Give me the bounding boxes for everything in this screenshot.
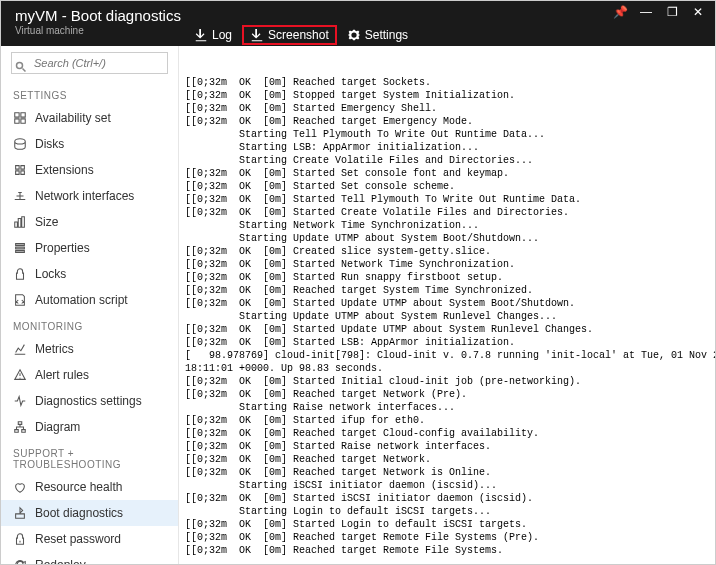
sidebar-item-automation-script[interactable]: Automation script [1,287,178,313]
sidebar-item-diagram[interactable]: Diagram [1,414,178,440]
download-icon [250,28,264,42]
sidebar-item-label: Redeploy [35,558,86,565]
pin-button[interactable]: 📌 [611,5,629,19]
diagram-icon [13,420,27,434]
settings-button[interactable]: Settings [339,25,416,45]
network-icon [13,189,27,203]
sidebar-item-label: Locks [35,267,66,281]
sidebar-item-label: Disks [35,137,64,151]
sidebar-item-label: Properties [35,241,90,255]
settings-label: Settings [365,28,408,42]
screenshot-label: Screenshot [268,28,329,42]
size-icon [13,215,27,229]
locks-icon [13,267,27,281]
blade-title: myVM - Boot diagnostics [15,7,181,24]
availability-icon [13,111,27,125]
section-header: SETTINGS [1,82,178,105]
script-icon [13,293,27,307]
properties-icon [13,241,27,255]
sidebar-item-locks[interactable]: Locks [1,261,178,287]
sidebar-item-availability-set[interactable]: Availability set [1,105,178,131]
alert-icon [13,368,27,382]
minimize-button[interactable]: — [637,5,655,19]
search-input[interactable] [11,52,168,74]
sidebar: SETTINGSAvailability setDisksExtensionsN… [1,46,179,565]
sidebar-item-alert-rules[interactable]: Alert rules [1,362,178,388]
sidebar-item-resource-health[interactable]: Resource health [1,474,178,500]
sidebar-item-label: Reset password [35,532,121,546]
sidebar-item-properties[interactable]: Properties [1,235,178,261]
sidebar-item-extensions[interactable]: Extensions [1,157,178,183]
sidebar-item-label: Alert rules [35,368,89,382]
sidebar-item-label: Resource health [35,480,122,494]
svg-line-1 [23,69,26,72]
sidebar-item-reset-password[interactable]: Reset password [1,526,178,552]
download-icon [194,28,208,42]
sidebar-item-diagnostics-settings[interactable]: Diagnostics settings [1,388,178,414]
sidebar-item-metrics[interactable]: Metrics [1,336,178,362]
sidebar-item-label: Availability set [35,111,111,125]
sidebar-item-label: Extensions [35,163,94,177]
log-button[interactable]: Log [186,25,240,45]
sidebar-item-label: Boot diagnostics [35,506,123,520]
sidebar-item-label: Network interfaces [35,189,134,203]
sidebar-item-size[interactable]: Size [1,209,178,235]
sidebar-item-network-interfaces[interactable]: Network interfaces [1,183,178,209]
section-header: SUPPORT + TROUBLESHOOTING [1,440,178,474]
extensions-icon [13,163,27,177]
redeploy-icon [13,558,27,565]
search-icon [15,61,27,73]
gear-icon [347,28,361,42]
section-header: MONITORING [1,313,178,336]
health-icon [13,480,27,494]
diagnostics-icon [13,394,27,408]
sidebar-item-label: Diagnostics settings [35,394,142,408]
sidebar-item-boot-diagnostics[interactable]: Boot diagnostics [1,500,178,526]
screenshot-button[interactable]: Screenshot [242,25,337,45]
sidebar-item-label: Size [35,215,58,229]
disks-icon [13,137,27,151]
toolbar: Log Screenshot Settings [186,25,416,45]
svg-point-0 [17,63,23,69]
log-label: Log [212,28,232,42]
console-output: [[0;32m OK [0m] Reached target Sockets. … [179,46,715,565]
window-controls: 📌 — ❐ ✕ [611,5,707,19]
blade-subtitle: Virtual machine [15,25,181,36]
close-button[interactable]: ✕ [689,5,707,19]
sidebar-item-label: Diagram [35,420,80,434]
sidebar-item-disks[interactable]: Disks [1,131,178,157]
restore-button[interactable]: ❐ [663,5,681,19]
sidebar-item-label: Metrics [35,342,74,356]
metrics-icon [13,342,27,356]
title-bar: myVM - Boot diagnostics Virtual machine … [1,1,715,46]
reset-icon [13,532,27,546]
sidebar-item-redeploy[interactable]: Redeploy [1,552,178,565]
boot-icon [13,506,27,520]
sidebar-item-label: Automation script [35,293,128,307]
